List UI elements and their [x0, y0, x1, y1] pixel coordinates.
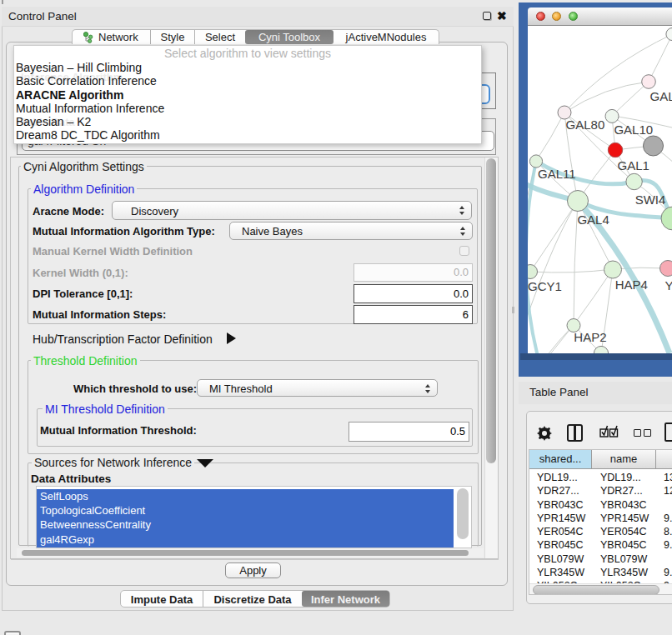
- svg-text:GAL4: GAL4: [577, 212, 609, 227]
- svg-text:GCY1: GCY1: [528, 279, 562, 293]
- svg-text:HAP4: HAP4: [615, 278, 648, 292]
- svg-text:Y: Y: [664, 278, 672, 292]
- svg-text:SWI4: SWI4: [635, 192, 666, 207]
- svg-text:GAL80: GAL80: [566, 118, 605, 132]
- svg-text:GAL3: GAL3: [650, 89, 672, 103]
- svg-text:HAP2: HAP2: [574, 330, 606, 344]
- svg-text:GAL1: GAL1: [618, 158, 649, 172]
- svg-text:GAL10: GAL10: [614, 122, 653, 137]
- svg-text:GAL11: GAL11: [538, 167, 576, 181]
